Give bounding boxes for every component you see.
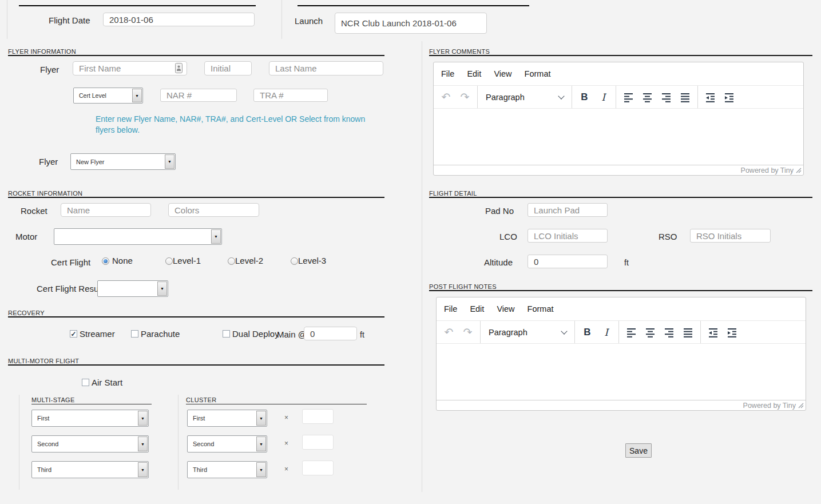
nar-number-input[interactable] (160, 89, 237, 102)
menu-file[interactable]: File (438, 304, 463, 313)
cluster-title: CLUSTER (186, 396, 216, 403)
cluster-third-qty-input[interactable] (302, 461, 334, 475)
flight-date-input[interactable] (103, 13, 255, 26)
powered-by-tiny-label[interactable]: Powered by Tiny (741, 166, 794, 174)
align-center-icon[interactable] (638, 88, 657, 106)
launch-input[interactable] (335, 13, 487, 34)
save-button[interactable]: Save (625, 443, 652, 458)
redo-icon[interactable]: ↷ (455, 88, 474, 106)
outdent-icon[interactable] (704, 323, 723, 342)
cert-flight-radio-none[interactable] (102, 257, 109, 265)
italic-button[interactable]: I (594, 88, 613, 106)
cluster-second-select[interactable]: Second ▼ (187, 435, 267, 453)
altitude-input[interactable] (527, 255, 608, 268)
flyer-select[interactable]: New Flyer ▼ (70, 153, 176, 170)
menu-format[interactable]: Format (521, 304, 560, 313)
flyer-information-rule (8, 55, 384, 56)
streamer-checkbox[interactable]: ✓ (70, 330, 77, 338)
cluster-second-qty-input[interactable] (302, 435, 334, 450)
bold-button[interactable]: B (578, 323, 597, 342)
autofill-contact-icon[interactable] (175, 63, 183, 76)
flyer-comments-title: FLYER COMMENTS (429, 48, 490, 55)
cert-level-select[interactable]: Cert Level ▼ (73, 88, 143, 104)
menu-view[interactable]: View (490, 304, 521, 313)
flyer-select-label: Flyer (39, 157, 58, 166)
dropdown-arrow-icon[interactable]: ▼ (132, 89, 142, 102)
top-section-rule-right (298, 5, 529, 6)
air-start-checkbox[interactable] (82, 379, 89, 386)
menu-format[interactable]: Format (518, 69, 557, 78)
indent-icon[interactable] (720, 88, 739, 106)
dropdown-arrow-icon[interactable]: ▼ (211, 229, 221, 244)
pad-no-input[interactable] (527, 203, 608, 217)
menu-edit[interactable]: Edit (463, 304, 490, 313)
align-center-icon[interactable] (641, 323, 660, 342)
motor-select[interactable]: ▼ (54, 228, 222, 245)
align-justify-icon[interactable] (679, 323, 697, 342)
undo-icon[interactable]: ↶ (437, 88, 455, 106)
align-justify-icon[interactable] (676, 88, 695, 106)
bold-button[interactable]: B (575, 88, 594, 106)
initial-input[interactable] (204, 61, 252, 76)
paragraph-style-select[interactable]: Paragraph (483, 323, 572, 342)
menu-edit[interactable]: Edit (461, 69, 487, 78)
indent-icon[interactable] (723, 323, 741, 342)
altitude-ft-unit: ft (624, 258, 629, 267)
cluster-first-select[interactable]: First ▼ (187, 410, 267, 427)
cluster-rule (186, 404, 367, 404)
flyer-label: Flyer (40, 65, 59, 74)
multi-stage-first-select[interactable]: First ▼ (31, 410, 149, 427)
dropdown-arrow-icon[interactable]: ▼ (256, 436, 266, 451)
rocket-colors-input[interactable] (168, 203, 259, 217)
align-left-icon[interactable] (619, 88, 638, 106)
outdent-icon[interactable] (701, 88, 720, 106)
cluster-third-select[interactable]: Third ▼ (187, 461, 267, 478)
dropdown-arrow-icon[interactable]: ▼ (138, 411, 148, 426)
dropdown-arrow-icon[interactable]: ▼ (256, 411, 266, 426)
cert-flight-radio-level3[interactable] (291, 257, 298, 265)
dual-deploy-checkbox[interactable] (223, 330, 230, 338)
dropdown-arrow-icon[interactable]: ▼ (165, 154, 174, 169)
cert-flight-radio-level2[interactable] (228, 257, 235, 265)
cert-flight-result-label: Cert Flight Result (37, 284, 103, 293)
powered-by-tiny-label[interactable]: Powered by Tiny (743, 402, 796, 410)
tra-number-input[interactable] (253, 89, 328, 102)
cert-flight-radio-level1[interactable] (165, 257, 173, 265)
rocket-name-input[interactable] (61, 203, 151, 217)
menu-view[interactable]: View (487, 69, 518, 78)
rso-input[interactable] (690, 229, 771, 243)
panel-border-left (7, 0, 7, 39)
cert-flight-label: Cert Flight (51, 257, 90, 267)
resize-handle-icon[interactable] (798, 400, 804, 411)
multi-stage-second-select[interactable]: Second ▼ (31, 435, 149, 453)
panel-border-mid (281, 0, 282, 39)
last-name-input[interactable] (269, 61, 383, 76)
align-left-icon[interactable] (622, 323, 641, 342)
multi-stage-second-value: Second (37, 440, 58, 447)
multi-stage-third-select[interactable]: Third ▼ (31, 461, 149, 478)
dropdown-arrow-icon[interactable]: ▼ (256, 462, 266, 477)
cert-flight-result-select[interactable]: ▼ (97, 280, 168, 297)
cluster-first-qty-input[interactable] (302, 409, 334, 424)
align-right-icon[interactable] (657, 88, 676, 106)
first-name-input[interactable] (73, 61, 187, 76)
dropdown-arrow-icon[interactable]: ▼ (157, 281, 167, 296)
dropdown-arrow-icon[interactable]: ▼ (138, 462, 148, 477)
undo-icon[interactable]: ↶ (439, 323, 458, 342)
post-flight-notes-content[interactable] (437, 344, 806, 400)
parachute-checkbox[interactable] (131, 330, 138, 338)
main-deploy-altitude-input[interactable] (304, 327, 357, 340)
chevron-down-icon (558, 93, 564, 99)
menu-file[interactable]: File (435, 69, 461, 78)
italic-button[interactable]: I (597, 323, 616, 342)
flyer-comments-content[interactable] (434, 109, 803, 165)
cert-flight-radio-none-label: None (112, 256, 133, 265)
times-icon: × (284, 414, 288, 422)
align-right-icon[interactable] (660, 323, 679, 342)
dropdown-arrow-icon[interactable]: ▼ (138, 436, 148, 451)
rocket-information-rule (8, 197, 384, 198)
resize-handle-icon[interactable] (796, 165, 802, 176)
lco-input[interactable] (527, 229, 608, 243)
paragraph-style-select[interactable]: Paragraph (481, 88, 569, 106)
redo-icon[interactable]: ↷ (458, 323, 477, 342)
